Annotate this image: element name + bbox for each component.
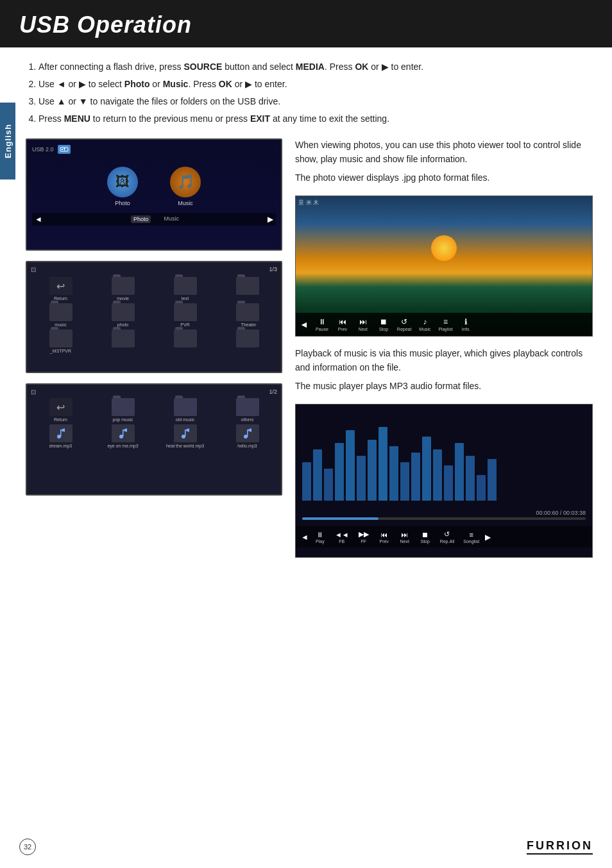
fb-item-mstpvr[interactable]: _MSTPVR [31,330,90,353]
music-progress-bar[interactable] [302,517,586,520]
stop-label: Stop [379,327,388,331]
mb-item-old[interactable]: old music [155,398,215,422]
svg-rect-5 [60,430,62,437]
mb-dream-label: dream.mp3 [49,444,72,448]
music-ff-label: FF [361,539,366,544]
mb-music-icon-hello [236,424,259,442]
fb-item-theater[interactable]: _Theater [217,303,277,327]
music-next-label: Next [400,539,409,544]
music-label: Music [419,327,430,331]
next-icon: ⏭ [359,317,367,326]
fb-folder-empty1 [236,277,259,295]
mb-healworld-label: heal the world.mp3 [166,444,204,448]
info-label: Info. [462,327,471,331]
screenshots-column: USB 2.0 [26,138,282,558]
page-container: English USB Operation After connecting a… [0,0,612,868]
brand-underline [527,853,593,855]
mb-item-hello[interactable]: hello.mp3 [217,424,277,448]
music-next-btn[interactable]: ⏭ Next [396,530,414,545]
vis-bar-9 [400,462,409,501]
mb-back-icon: ⊡ [31,388,36,396]
photo-media-item[interactable]: 🖼 Photo [107,167,138,206]
photo-overlay-text: 景 米 木 [298,199,319,207]
fb-text-label: text [182,296,189,301]
fb-music-label: music [55,322,66,327]
vis-bar-7 [378,427,387,501]
music-stop-btn[interactable]: ⏹ Stop [416,530,434,545]
photo-desc1: When viewing photos, you can use this ph… [295,138,593,166]
photo-viewer-screenshot: 景 米 木 ◄ ⏸ Pause ⏮ Prev ⏭ [295,196,593,337]
nav-arrow-right-icon[interactable]: ▶ [268,215,273,224]
photo-repeat-btn[interactable]: ↺ Repeat [395,316,414,333]
page-header: USB Operation [0,0,612,47]
music-media-item[interactable]: 🎵 Music [170,167,201,206]
fb-topbar: ⊡ 1/3 [31,266,277,273]
nav-arrow-left-icon[interactable]: ◄ [35,215,42,224]
vis-bar-16 [477,475,486,501]
mb-item-pop[interactable]: pop music [93,398,153,422]
photo-music-btn[interactable]: ♪ Music [415,316,434,333]
mb-item-eyeonme[interactable]: eye on me.mp3 [93,424,153,448]
vis-bar-2 [324,469,333,501]
music-songlist-label: Songlist [463,539,479,544]
mb-item-healworld[interactable]: heal the world.mp3 [155,424,215,448]
next-label: Next [359,327,368,331]
music-repall-btn[interactable]: ↺ Rep.All [437,529,458,545]
fb-folder-mstpvr [49,330,72,347]
music-fb-label: FB [339,539,344,544]
fb-back-icon: ⊡ [31,266,36,273]
mb-hello-label: hello.mp3 [237,444,257,448]
photo-stop-btn[interactable]: ⏹ Stop [374,316,393,333]
photo-pause-btn[interactable]: ⏸ Pause [312,316,332,333]
music-nav-right-icon[interactable]: ▶ [485,533,491,542]
music-play-label: Play [316,539,325,544]
nav-music[interactable]: Music [164,215,179,223]
photo-info-btn[interactable]: ℹ Info. [457,316,476,333]
music-play-btn[interactable]: ⏸ Play [311,530,329,545]
mb-item-return[interactable]: ↩ Return [31,398,90,422]
fb-item-pvr[interactable]: PVR [155,303,215,327]
mb-topbar: ⊡ 1/2 [31,388,277,396]
photo-nav-left-icon[interactable]: ◄ [300,319,309,330]
file-browser-screen: ⊡ 1/3 ↩ Return movie [26,261,282,373]
instruction-list: After connecting a flash drive, press SO… [26,60,593,126]
photo-next-btn[interactable]: ⏭ Next [353,316,373,333]
nav-photo[interactable]: Photo [131,215,151,223]
prev-icon: ⏮ [339,317,346,326]
music-visualizer [296,405,592,507]
music-stop-label: Stop [420,539,429,544]
mb-row1: ↩ Return pop music old music [31,398,277,422]
music-browser-content: ⊡ 1/2 ↩ Return pop music [27,385,281,494]
music-time-display: 00:00:60 / 00:03:38 [302,510,586,516]
photo-playlist-btn[interactable]: ≡ Playlist [436,316,455,333]
usb-svg-icon [60,146,69,153]
music-fb-btn[interactable]: ◄◄ FB [332,530,352,545]
fb-movie-label: movie [117,296,129,301]
vis-bar-6 [368,440,377,501]
music-nav-left-icon[interactable]: ◄ [301,533,309,542]
mb-item-others[interactable]: others [217,398,277,422]
fb-item-music[interactable]: music [31,303,90,327]
fb-folder-theater [236,303,259,321]
music-songlist-btn[interactable]: ≡ Songlist [460,530,482,545]
music-icon: ♪ [423,317,427,326]
fb-item-text[interactable]: text [155,277,215,301]
mb-item-dream[interactable]: dream.mp3 [31,424,90,448]
photo-sun [431,235,457,261]
music-description: Playback of music is via this music play… [295,347,593,394]
music-prev-btn[interactable]: ⏮ Prev [375,530,393,545]
brand-logo: FURRION [527,839,593,855]
svg-rect-3 [64,148,65,149]
music-next-icon: ⏭ [401,531,408,538]
fb-item-movie[interactable]: movie [93,277,153,301]
fb-item-return[interactable]: ↩ Return [31,277,90,301]
vis-bar-8 [389,446,398,501]
mb-pop-label: pop music [113,417,133,422]
music-progress-area: 00:00:60 / 00:03:38 [296,507,592,526]
page-title: USB Operation [19,12,593,38]
fb-item-photo[interactable]: photo [93,303,153,327]
photo-prev-btn[interactable]: ⏮ Prev [333,316,352,333]
two-col-layout: USB 2.0 [26,138,593,558]
music-ff-btn[interactable]: ▶▶ FF [355,529,373,545]
nav-bar: ◄ Photo Music ▶ [32,213,276,226]
